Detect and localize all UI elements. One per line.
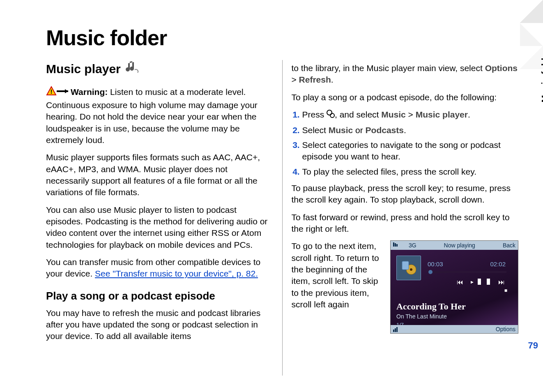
- refresh-intro: You may have to refresh the music and po…: [46, 307, 273, 342]
- album-art-icon: [396, 256, 421, 280]
- transfer-paragraph: You can transfer music from other compat…: [46, 256, 273, 280]
- battery-icon: [393, 326, 400, 332]
- refresh-pre: to the library, in the Music player main…: [292, 63, 485, 73]
- side-tab-label: Music folder: [540, 49, 543, 103]
- phone-bottombar: Options: [391, 325, 518, 333]
- pause-paragraph: To pause playback, press the scroll key;…: [292, 182, 519, 206]
- refresh-line: to the library, in the Music player main…: [292, 62, 519, 86]
- music-player-heading-text: Music player: [46, 61, 121, 78]
- page-title: Music folder: [46, 25, 518, 50]
- song-title: According To Her: [391, 295, 518, 313]
- warning-paragraph: ! Warning: Listen to music at a moderate…: [46, 86, 273, 146]
- todo-line: To play a song or a podcast episode, do …: [292, 92, 519, 103]
- svg-point-9: [410, 268, 412, 271]
- page-number: 79: [528, 340, 538, 351]
- podcast-paragraph: You can also use Music player to listen …: [46, 204, 273, 251]
- left-column: Music player ! Warning: List: [46, 60, 283, 376]
- steps-list: Press , and select Music > Music player.…: [292, 109, 519, 178]
- phone-3g: 3G: [409, 242, 416, 249]
- step1-musicplayer: Music player: [416, 110, 468, 119]
- transfer-music-link[interactable]: See "Transfer music to your device", p. …: [95, 269, 258, 278]
- svg-rect-12: [395, 328, 396, 332]
- home-key-icon: [327, 109, 335, 121]
- svg-rect-5: [393, 242, 394, 247]
- step1-pre: Press: [302, 110, 327, 119]
- ff-paragraph: To fast forward or rewind, press and hol…: [292, 212, 519, 235]
- stop-icon: ■: [391, 286, 507, 294]
- period: .: [331, 75, 334, 84]
- step2-music: Music: [329, 125, 353, 135]
- gt-sep: >: [292, 75, 299, 84]
- phone-options: Options: [496, 325, 515, 333]
- svg-point-3: [327, 110, 332, 115]
- play-pause-icon: ▶❚❚: [470, 279, 494, 286]
- progress-bar: [428, 271, 506, 273]
- phone-title: Now playing: [444, 242, 475, 249]
- refresh-term: Refresh: [299, 75, 331, 84]
- phone-back: Back: [503, 242, 515, 249]
- step-1: Press , and select Music > Music player.: [302, 109, 519, 121]
- svg-rect-11: [393, 330, 394, 332]
- warning-icon: !: [46, 86, 69, 99]
- step1-music: Music: [381, 110, 406, 119]
- step-3: Select categories to navigate to the son…: [302, 139, 519, 163]
- step2-or: or: [353, 125, 365, 135]
- svg-point-4: [330, 113, 334, 118]
- warning-label: Warning:: [71, 87, 108, 97]
- next-icon: ⏭: [498, 279, 507, 286]
- svg-text:!: !: [51, 88, 53, 95]
- music-player-heading: Music player: [46, 60, 273, 78]
- right-column: to the library, in the Music player main…: [283, 60, 519, 376]
- step2-pre: Select: [302, 125, 329, 135]
- music-note-icon: [125, 60, 139, 78]
- time-elapsed: 00:03: [428, 260, 443, 268]
- options-term: Options: [485, 63, 518, 73]
- svg-rect-10: [402, 261, 409, 270]
- phone-signal: 3G: [393, 242, 416, 249]
- svg-marker-2: [65, 89, 68, 93]
- song-artist: On The Last Minute: [391, 313, 518, 321]
- time-total: 02:02: [490, 260, 506, 268]
- svg-rect-13: [396, 327, 398, 332]
- step1-end: .: [468, 110, 470, 119]
- side-tab: Music folder 79: [520, 0, 543, 392]
- play-episode-heading: Play a song or a podcast episode: [46, 289, 273, 303]
- step-4: To play the selected files, press the sc…: [302, 166, 519, 178]
- formats-paragraph: Music player supports files formats such…: [46, 152, 273, 198]
- svg-rect-7: [396, 244, 398, 247]
- prev-icon: ⏮: [457, 279, 466, 286]
- phone-topbar: 3G Now playing Back: [391, 241, 518, 250]
- step2-end: .: [404, 125, 406, 135]
- now-playing-screenshot: 3G Now playing Back 00:03 02:02: [390, 240, 518, 334]
- step-2: Select Music or Podcasts.: [302, 125, 519, 136]
- step2-podcasts: Podcasts: [366, 125, 404, 135]
- svg-rect-6: [395, 243, 396, 247]
- step1-gt: >: [406, 110, 416, 119]
- step1-posta: , and select: [335, 110, 381, 119]
